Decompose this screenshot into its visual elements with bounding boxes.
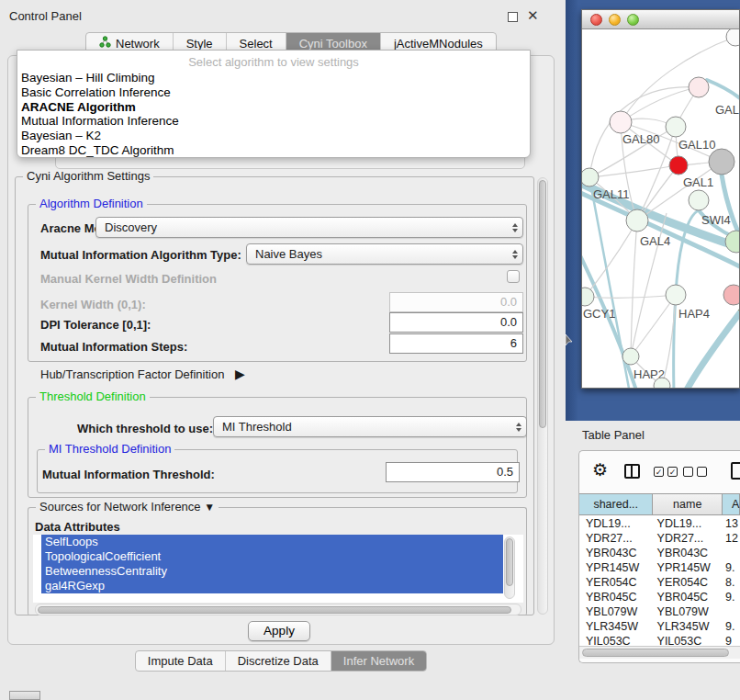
network-edge[interactable] [631, 220, 637, 356]
sources-legend[interactable]: Sources for Network Inference ▼ [36, 500, 219, 514]
popup-item[interactable]: Dream8 DC_TDC Algorithm [17, 143, 530, 158]
select-all-icon-2[interactable]: ✓ [667, 467, 678, 477]
column-header-shared-name[interactable]: shared... [579, 494, 653, 514]
tab-discretize-data[interactable]: Discretize Data [225, 651, 331, 671]
function-builder-icon[interactable] [731, 462, 740, 480]
popup-item[interactable]: Bayesian – K2 [17, 129, 530, 143]
hub-definition-toggle[interactable]: Hub/Transcription Factor Definition ▶ [40, 367, 245, 381]
table-cell: 9. [723, 560, 740, 575]
network-view-window[interactable]: GALGAL80GAL10GAL1GAL11SWI4GAL4GCY1HAP4YH… [581, 9, 740, 389]
combo-arrows-icon [516, 417, 521, 436]
attributes-vertical-scrollbar[interactable] [504, 536, 515, 599]
close-panel-icon[interactable]: ✕ [527, 7, 539, 24]
network-node-SWI4[interactable] [689, 190, 709, 210]
table-row[interactable]: YPR145WYPR145W9. [579, 560, 740, 575]
table-row[interactable]: YDL19...YDL19...13 [579, 516, 740, 531]
attributes-horizontal-scrollbar[interactable] [35, 604, 521, 615]
table-cell: YDL19... [579, 516, 654, 531]
manual-kernel-width-label: Manual Kernel Width Definition [40, 272, 217, 286]
node-label: GAL4 [640, 234, 670, 248]
combo-arrows-icon [512, 218, 518, 237]
attribute-item[interactable]: gal4RGexp [41, 579, 503, 593]
gear-icon[interactable]: ⚙ [592, 459, 608, 480]
popup-item[interactable]: Bayesian – Hill Climbing [17, 71, 530, 85]
table-row[interactable]: YBL079WYBL079W [579, 604, 740, 619]
table-row[interactable]: YBR045CYBR045C9. [579, 590, 740, 604]
popup-item[interactable]: Mutual Information Inference [17, 114, 530, 129]
network-node-GAL1[interactable] [669, 156, 688, 175]
network-node-GAL11[interactable] [582, 168, 599, 186]
table-horizontal-scrollbar[interactable] [579, 646, 740, 659]
table-cell: YIL053C [654, 634, 723, 646]
node-label: GCY1 [583, 307, 615, 321]
network-edge[interactable] [589, 165, 678, 177]
mi-algorithm-type-select[interactable]: Naive Bayes [246, 243, 523, 265]
network-node-HAP4[interactable] [666, 285, 686, 305]
table-cell: YER054C [654, 575, 723, 590]
table-row[interactable]: YDR27...YDR27...12 [579, 531, 740, 546]
data-attributes-list[interactable]: SelfLoopsTopologicalCoefficientBetweenne… [33, 535, 523, 603]
dpi-tolerance-field[interactable]: 0.0 [389, 312, 523, 333]
table-cell: YBL079W [579, 604, 654, 619]
table-row[interactable]: YER054CYER054C8. [579, 575, 740, 590]
node-label: GAL80 [622, 132, 659, 146]
float-panel-icon[interactable] [508, 12, 518, 22]
table-rows: YDL19...YDL19...13YDR27...YDR27...12YBR0… [579, 516, 740, 646]
attribute-item[interactable]: TopologicalCoefficient [41, 549, 503, 564]
minimize-window-icon[interactable] [609, 14, 621, 26]
kernel-width-label: Kernel Width (0,1): [40, 298, 146, 311]
table-row[interactable]: YBR043CYBR043C [579, 546, 740, 560]
table-row[interactable]: YLR345WYLR345W9. [579, 619, 740, 634]
tab-select-label: Select [240, 37, 273, 51]
mi-steps-field[interactable]: 6 [389, 333, 523, 354]
network-canvas[interactable]: GALGAL80GAL10GAL1GAL11SWI4GAL4GCY1HAP4YH… [582, 29, 739, 388]
zoom-window-icon[interactable] [627, 14, 639, 26]
close-window-icon[interactable] [590, 14, 602, 26]
network-node-HAP2[interactable] [622, 348, 639, 365]
popup-item[interactable]: Basic Correlation Inference [17, 85, 530, 100]
apply-button[interactable]: Apply [248, 621, 310, 641]
attribute-item[interactable]: BetweennessCentrality [41, 564, 503, 579]
table-cell: YER054C [579, 575, 654, 590]
aracne-mode-select[interactable]: Discovery [95, 217, 523, 238]
select-all-icon[interactable]: ✓ [654, 467, 664, 477]
table-cell: 9. [723, 619, 740, 634]
network-node[interactable] [709, 149, 734, 175]
minimized-panel-button[interactable] [9, 691, 40, 700]
tab-infer-network[interactable]: Infer Network [331, 651, 426, 671]
tab-impute-data[interactable]: Impute Data [136, 651, 225, 671]
network-node-GAL4[interactable] [626, 209, 648, 231]
settings-vertical-scrollbar[interactable] [537, 177, 548, 615]
network-node-GAL[interactable] [689, 77, 709, 97]
kernel-width-field[interactable]: 0.0 [389, 292, 523, 312]
table-cell: YDL19... [654, 516, 723, 531]
table-cell: YLR345W [579, 619, 654, 634]
node-label: GAL [715, 103, 739, 117]
network-edge[interactable] [621, 87, 699, 122]
network-node[interactable] [726, 29, 739, 46]
network-window-titlebar[interactable] [582, 10, 739, 29]
popup-item[interactable]: ARACNE Algorithm [17, 100, 530, 115]
manual-kernel-width-checkbox[interactable] [507, 270, 520, 283]
network-node-GAL10[interactable] [666, 117, 686, 137]
deselect-all-icon[interactable] [683, 467, 693, 477]
column-header-partial[interactable]: A [723, 494, 740, 514]
mi-steps-label: Mutual Information Steps: [40, 340, 187, 354]
mi-algorithm-type-label: Mutual Information Algorithm Type: [40, 248, 241, 262]
columns-icon[interactable] [624, 464, 640, 479]
network-edge[interactable] [707, 80, 739, 105]
network-node-GCY1[interactable] [582, 288, 594, 306]
which-threshold-label: Which threshold to use: [77, 422, 213, 435]
network-node-GAL80[interactable] [610, 111, 632, 133]
tab-style-label: Style [186, 37, 213, 51]
mi-threshold-label: Mutual Information Threshold: [42, 468, 215, 481]
which-threshold-select[interactable]: MI Threshold [213, 416, 527, 437]
mi-threshold-field[interactable]: 0.5 [386, 462, 520, 482]
attribute-item[interactable]: SelfLoops [41, 535, 503, 549]
network-icon [99, 36, 111, 51]
table-row[interactable]: YIL053CYIL053C9 [579, 634, 740, 646]
network-node-Y[interactable] [723, 285, 739, 305]
column-header-name[interactable]: name [653, 494, 723, 514]
deselect-all-icon-2[interactable] [697, 467, 707, 477]
tab-cyni-toolbox-label: Cyni Toolbox [299, 37, 367, 51]
